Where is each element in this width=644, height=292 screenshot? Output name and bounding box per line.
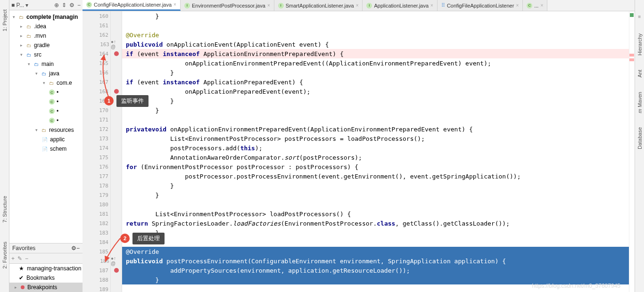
code-line[interactable]: onApplicationEnvironmentPreparedEvent((A… bbox=[122, 58, 635, 68]
left-tool-rail: 1: Project 7: Structure 2: Favorites bbox=[0, 0, 9, 292]
inspection-ok-icon bbox=[630, 13, 634, 17]
code-line[interactable]: } bbox=[122, 96, 635, 105]
annotation-tip-1: 监听事件 bbox=[116, 95, 149, 107]
annotation-badge-2: 2 bbox=[120, 234, 130, 243]
side-panel: ■ P... ▾ ⊕ ⇕ ⚙ − ▾🗀complete [managin ▸🗀.… bbox=[9, 0, 83, 292]
code-line[interactable]: @Override bbox=[122, 30, 635, 40]
code-line[interactable] bbox=[122, 21, 635, 30]
error-marker[interactable] bbox=[629, 54, 634, 57]
edit-icon[interactable]: ✎ bbox=[17, 255, 22, 262]
annotation-badge-1: 1 bbox=[104, 96, 114, 105]
code-line[interactable]: } bbox=[122, 228, 635, 237]
close-icon[interactable]: × bbox=[540, 3, 543, 8]
class-icon: C bbox=[86, 2, 92, 8]
code-line[interactable]: if (event instanceof ApplicationPrepared… bbox=[122, 77, 635, 87]
delete-icon[interactable]: − bbox=[25, 255, 28, 262]
breakpoint-icon[interactable] bbox=[114, 89, 119, 94]
gear-icon[interactable]: ⚙ bbox=[69, 2, 74, 8]
favorites-title: Favorites ⚙ − bbox=[9, 243, 83, 253]
code-editor[interactable]: } @Override public void onApplicationEve… bbox=[122, 11, 635, 292]
code-line[interactable]: } bbox=[122, 105, 635, 115]
editor-area: CConfigFileApplicationListener.java×IEnv… bbox=[83, 0, 635, 292]
editor-tab[interactable]: CConfigFileApplicationListener.java× bbox=[83, 0, 181, 11]
project-tree[interactable]: ▾🗀complete [managin ▸🗀.idea ▸🗀.mvn ▸🗀gra… bbox=[9, 10, 83, 243]
breakpoint-icon[interactable] bbox=[114, 51, 119, 56]
structure-tool-button[interactable]: 7: Structure bbox=[2, 196, 8, 223]
code-line[interactable]: addPropertySources(environment, applicat… bbox=[122, 266, 635, 275]
code-line[interactable]: onApplicationPreparedEvent(event); bbox=[122, 87, 635, 96]
code-line[interactable]: return SpringFactoriesLoader.loadFactori… bbox=[122, 219, 635, 228]
project-toolbar: ■ P... ▾ ⊕ ⇕ ⚙ − bbox=[9, 0, 83, 10]
error-stripe[interactable] bbox=[629, 11, 635, 292]
close-icon[interactable]: × bbox=[356, 3, 359, 8]
interface-icon: I bbox=[278, 3, 284, 8]
locate-icon[interactable]: ⊕ bbox=[54, 2, 59, 8]
maven-tool-button[interactable]: m Maven bbox=[637, 92, 643, 113]
code-line[interactable]: public void onApplicationEvent(Applicati… bbox=[122, 40, 635, 49]
error-marker[interactable] bbox=[629, 58, 634, 61]
code-line[interactable]: private void onApplicationEnvironmentPre… bbox=[122, 124, 635, 134]
nav-icon[interactable]: ≡ bbox=[638, 14, 641, 19]
close-icon[interactable]: × bbox=[516, 3, 519, 8]
tab-label: EnvironmentPostProcessor.java bbox=[192, 3, 265, 8]
gear-icon[interactable]: ⚙ bbox=[71, 245, 76, 251]
tab-label: SmartApplicationListener.java bbox=[286, 3, 354, 8]
code-line[interactable]: @Override bbox=[122, 247, 635, 256]
favorites-tool-button[interactable]: 2: Favorites bbox=[2, 242, 8, 268]
hide-icon[interactable]: − bbox=[76, 245, 80, 251]
tab-label: ConfigFileApplicationListener bbox=[447, 3, 514, 8]
editor-tab[interactable]: IEnvironmentPostProcessor.java× bbox=[181, 0, 274, 11]
watermark: https://blog.csdn.net/m0_37607945 bbox=[532, 283, 620, 289]
class-icon: C bbox=[527, 3, 532, 8]
code-line[interactable]: } bbox=[122, 190, 635, 200]
editor-tabs: CConfigFileApplicationListener.java×IEnv… bbox=[83, 0, 635, 11]
editor-tab[interactable]: C...× bbox=[523, 0, 547, 11]
code-line[interactable]: List<EnvironmentPostProcessor> loadPostP… bbox=[122, 209, 635, 219]
hierarchy-tool-button[interactable]: Hierarchy bbox=[637, 33, 643, 56]
code-line[interactable]: postProcessor.postProcessEnvironment(eve… bbox=[122, 171, 635, 181]
close-icon[interactable]: × bbox=[430, 3, 433, 8]
annotation-tip-2: 后置处理 bbox=[132, 233, 165, 244]
tab-label: ConfigFileApplicationListener.java bbox=[94, 2, 172, 8]
override-icon[interactable]: ●↑ @ bbox=[111, 39, 122, 49]
add-icon[interactable]: + bbox=[11, 255, 15, 262]
code-line[interactable]: } bbox=[122, 181, 635, 190]
code-line[interactable] bbox=[122, 115, 635, 124]
project-dropdown[interactable]: ■ P... ▾ bbox=[11, 2, 28, 8]
code-line[interactable]: public void postProcessEnvironment(Confi… bbox=[122, 256, 635, 266]
code-line[interactable]: if (event instanceof ApplicationEnvironm… bbox=[122, 49, 635, 58]
code-line[interactable]: List<EnvironmentPostProcessor> postProce… bbox=[122, 134, 635, 143]
editor-tab[interactable]: IApplicationListener.java× bbox=[363, 0, 437, 11]
hide-icon[interactable]: − bbox=[77, 2, 81, 8]
favorites-list[interactable]: ★managing-transaction ✔Bookmarks ▸Breakp… bbox=[9, 264, 83, 292]
code-line[interactable]: AnnotationAwareOrderComparator.sort(post… bbox=[122, 153, 635, 162]
interface-icon: I bbox=[366, 3, 372, 8]
collapse-icon[interactable]: ⇕ bbox=[62, 2, 66, 8]
interface-icon: I bbox=[184, 3, 190, 8]
code-line[interactable] bbox=[122, 200, 635, 209]
editor-tab[interactable]: ISmartApplicationListener.java× bbox=[274, 0, 363, 11]
favorites-toolbar: + ✎ − bbox=[9, 253, 83, 264]
tab-label: ApplicationListener.java bbox=[374, 3, 429, 8]
close-icon[interactable]: × bbox=[267, 3, 270, 8]
editor-tab[interactable]: ⠿ConfigFileApplicationListener× bbox=[438, 0, 523, 11]
tab-label: ... bbox=[534, 3, 538, 8]
ant-tool-button[interactable]: Ant bbox=[637, 70, 643, 78]
code-line[interactable]: for (EnvironmentPostProcessor postProces… bbox=[122, 162, 635, 171]
database-tool-button[interactable]: Database bbox=[637, 127, 643, 149]
code-line[interactable]: } bbox=[122, 68, 635, 77]
xml-icon: ⠿ bbox=[441, 2, 445, 8]
project-tool-button[interactable]: 1: Project bbox=[2, 9, 8, 31]
breakpoint-icon[interactable] bbox=[114, 268, 119, 273]
close-icon[interactable]: × bbox=[173, 2, 176, 7]
code-line[interactable] bbox=[122, 237, 635, 247]
code-line[interactable]: } bbox=[122, 11, 635, 21]
right-tool-rail: ≡ Hierarchy Ant m Maven Database bbox=[635, 0, 644, 292]
code-line[interactable]: postProcessors.add(this); bbox=[122, 143, 635, 153]
